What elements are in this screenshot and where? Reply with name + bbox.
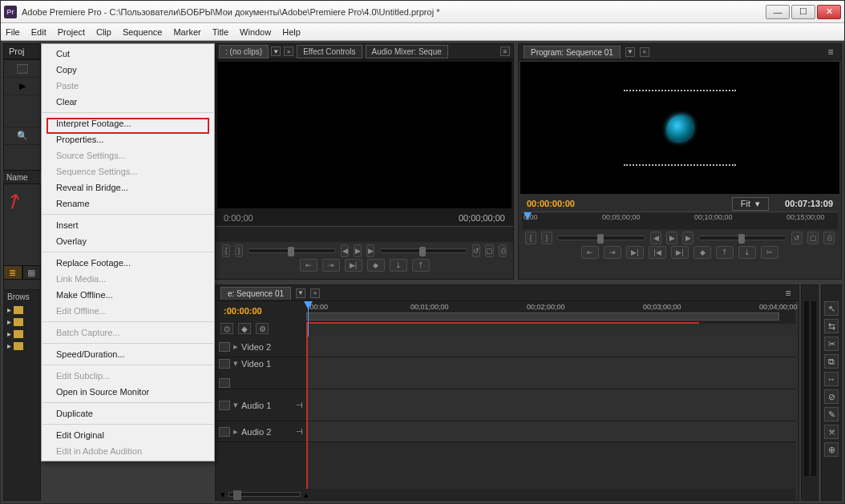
eye-icon[interactable] [219, 359, 230, 369]
ripple-tool[interactable]: ✂ [824, 337, 839, 351]
export-frame-button[interactable]: ⎙ [499, 244, 507, 257]
rate-stretch-tool[interactable]: ↔ [824, 372, 839, 386]
step-back-button[interactable]: ◀ [341, 244, 349, 257]
media-browser-tab[interactable]: Brows [4, 290, 40, 304]
play-button[interactable]: ▶ [354, 244, 362, 257]
ctx-duplicate[interactable]: Duplicate [42, 405, 214, 421]
ctx-insert[interactable]: Insert [42, 217, 214, 233]
program-tab-close[interactable]: × [640, 47, 649, 57]
speaker-icon[interactable] [219, 427, 230, 437]
source-tab[interactable]: : (no clips) [219, 45, 269, 58]
prog-jog[interactable] [698, 236, 786, 240]
program-tc-current[interactable]: 00:00:00:00 [527, 199, 575, 208]
selection-tool[interactable]: ↖ [824, 301, 839, 316]
menu-title[interactable]: Title [212, 27, 228, 37]
ctx-edit-original[interactable]: Edit Original [42, 427, 214, 443]
loop-button[interactable]: ↺ [472, 244, 480, 257]
timeline-tab[interactable]: e: Sequence 01 [220, 287, 291, 300]
project-play-icon[interactable]: ▶ [4, 78, 40, 95]
go-out-button[interactable]: ⇥ [322, 259, 340, 272]
ctx-clear[interactable]: Clear [42, 94, 214, 110]
track-header-audio1[interactable]: ▾Audio 1⊣ [216, 389, 306, 421]
source-ruler[interactable] [216, 226, 513, 242]
ctx-properties[interactable]: Properties... [42, 131, 214, 147]
prog-prev-edit[interactable]: |◀ [649, 246, 666, 259]
program-tab[interactable]: Program: Sequence 01 [524, 46, 621, 58]
work-area-bar[interactable] [306, 312, 779, 321]
insert-button[interactable]: ⤓ [390, 259, 407, 272]
keyframe-icon[interactable] [219, 378, 230, 388]
prog-lift[interactable]: ⤒ [716, 246, 734, 259]
lane-video1[interactable] [306, 357, 795, 389]
minimize-button[interactable]: — [766, 5, 790, 19]
snap-button[interactable]: ⊙ [220, 323, 233, 334]
menu-marker[interactable]: Marker [173, 27, 200, 37]
mb-node[interactable]: ▸ [4, 340, 40, 352]
set-in-button[interactable]: { [222, 244, 230, 257]
panel-close-icon[interactable]: × [284, 46, 293, 56]
ctx-replace-footage[interactable]: Replace Footage... [42, 255, 214, 271]
prog-loop[interactable]: ↺ [791, 232, 803, 244]
track-header-audio2[interactable]: ▸Audio 2⊣ [216, 421, 306, 442]
project-panel-tab[interactable]: Proj [3, 43, 41, 59]
source-shuttle[interactable] [248, 248, 336, 253]
play-inout-button[interactable]: ▶| [345, 259, 362, 272]
project-name-header[interactable]: Name [3, 170, 41, 184]
eye-icon[interactable] [219, 342, 230, 352]
source-tab-dropdown[interactable]: ▼ [271, 46, 281, 56]
prog-play-inout[interactable]: ▶| [626, 246, 644, 259]
menu-project[interactable]: Project [58, 27, 85, 37]
ctx-rename[interactable]: Rename [42, 196, 214, 212]
mb-node[interactable]: ▸ [4, 328, 40, 340]
prog-marker[interactable]: ◆ [693, 246, 711, 259]
lane-audio2[interactable] [306, 421, 795, 442]
prog-go-out[interactable]: ⇥ [604, 246, 621, 259]
zoom-slider[interactable] [228, 492, 301, 497]
prog-safe[interactable]: ▢ [807, 232, 819, 244]
go-in-button[interactable]: ⇤ [300, 259, 317, 272]
program-viewport[interactable] [520, 62, 839, 194]
prog-shuttle[interactable] [557, 236, 645, 240]
source-tc-in[interactable]: 0:00;00 [224, 213, 253, 223]
prog-trim[interactable]: ✂ [761, 246, 778, 259]
zoom-fit-dropdown[interactable]: Fit ▾ [732, 197, 769, 211]
ctx-make-offline[interactable]: Make Offline... [42, 287, 214, 303]
set-out-button[interactable]: } [235, 244, 243, 257]
ctx-copy[interactable]: Copy [42, 62, 214, 78]
razor-tool[interactable]: ⊘ [824, 389, 839, 404]
menu-window[interactable]: Window [240, 27, 271, 37]
menu-sequence[interactable]: Sequence [123, 27, 163, 37]
ctx-reveal-in-bridge[interactable]: Reveal in Bridge... [42, 179, 214, 196]
source-viewport[interactable] [217, 62, 511, 208]
ctx-cut[interactable]: Cut [42, 46, 214, 62]
program-tab-dropdown[interactable]: ▼ [625, 47, 635, 57]
prog-set-in[interactable]: { [525, 232, 536, 244]
source-jog[interactable] [379, 248, 467, 253]
hand-tool[interactable]: ⤧ [824, 425, 839, 439]
track-header-video1[interactable]: ▾Video 1 [216, 357, 306, 389]
effect-controls-tab[interactable]: Effect Controls [297, 45, 362, 58]
timeline-ruler[interactable]: :00:00 00;01;00;00 00;02;00;00 00;03;00;… [306, 301, 795, 324]
ctx-open-in-source-monitor[interactable]: Open in Source Monitor [42, 384, 214, 400]
timeline-tab-close[interactable]: × [310, 288, 320, 298]
menu-help[interactable]: Help [282, 27, 301, 37]
ctx-interpret-footage[interactable]: Interpret Footage... [42, 115, 214, 131]
ctx-overlay[interactable]: Overlay [42, 233, 214, 249]
mb-node[interactable]: ▸ [4, 304, 40, 316]
timeline-tab-dropdown[interactable]: ▼ [296, 288, 305, 298]
menu-clip[interactable]: Clip [96, 27, 111, 37]
list-view-button[interactable]: ≣ [3, 265, 22, 280]
prog-play[interactable]: ▶ [666, 232, 677, 244]
marker-button[interactable]: ◆ [367, 259, 385, 272]
track-header-video2[interactable]: ▸Video 2 [216, 337, 306, 357]
prog-set-out[interactable]: } [541, 232, 552, 244]
zoom-in-icon[interactable]: ▴ [304, 490, 309, 500]
prog-step-fwd[interactable]: ▶ [682, 232, 693, 244]
audio-mixer-tab[interactable]: Audio Mixer: Seque [366, 45, 448, 58]
overlay-button[interactable]: ⤒ [412, 259, 430, 272]
close-button[interactable]: ✕ [817, 5, 841, 19]
marker-tool[interactable]: ◆ [238, 323, 251, 334]
prog-go-in[interactable]: ⇤ [581, 246, 599, 259]
settings-icon[interactable]: ⚙ [256, 323, 269, 334]
menu-edit[interactable]: Edit [31, 27, 46, 37]
